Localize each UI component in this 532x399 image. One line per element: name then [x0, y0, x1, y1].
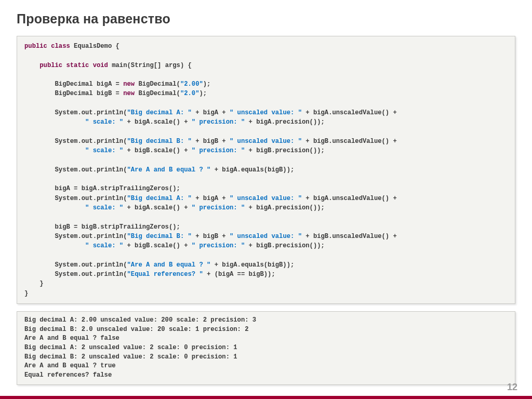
code-string: "Are A and B equal ? ": [127, 166, 211, 174]
code-text: System.: [55, 109, 82, 116]
code-text: + bigA.unscaledValue() +: [302, 195, 397, 202]
output-line: Big decimal B: 2.0 unscaled value: 20 sc…: [24, 326, 249, 333]
code-pad: [24, 261, 55, 269]
code-ident: out: [82, 166, 93, 174]
code-ident: out: [82, 261, 93, 269]
code-string: "Big decimal B: ": [127, 138, 192, 145]
code-text: + bigA.precision());: [245, 118, 325, 126]
code-text: + bigA.equals(bigB));: [210, 166, 294, 174]
code-string: "2.0": [180, 90, 200, 97]
code-text: (String[] args) {: [127, 62, 192, 69]
code-text: + bigB.precision());: [245, 242, 325, 249]
code-text: + bigB.precision());: [245, 147, 325, 154]
code-text: System.: [55, 261, 82, 269]
code-keyword: new: [123, 81, 138, 88]
code-pad: [24, 233, 55, 240]
output-block: Big decimal A: 2.00 unscaled value: 200 …: [17, 311, 515, 385]
code-pad: [24, 223, 55, 231]
code-string: " unscaled value: ": [230, 109, 302, 116]
code-text: + bigA +: [192, 109, 230, 116]
code-pad: [24, 81, 55, 88]
code-string: "2.00": [180, 81, 203, 88]
output-line: Equal references? false: [24, 371, 112, 379]
code-text: {: [112, 43, 119, 50]
code-pad: [24, 242, 85, 249]
code-text: + bigA.equals(bigB));: [210, 261, 294, 269]
code-classname: EqualsDemo: [74, 43, 112, 50]
code-text: + bigB.scale() +: [123, 147, 192, 154]
code-string: " unscaled value: ": [230, 233, 302, 240]
code-text: .println(: [93, 233, 127, 240]
code-text: BigDecimal(: [138, 81, 180, 88]
code-pad: [24, 195, 55, 202]
code-text: + bigB.unscaledValue() +: [302, 233, 397, 240]
code-pad: [24, 138, 55, 145]
code-pad: [24, 109, 55, 116]
code-string: " scale: ": [85, 147, 123, 154]
code-text: + bigB.unscaledValue() +: [302, 138, 397, 145]
code-text: System.: [55, 138, 82, 145]
code-text: );: [199, 90, 207, 97]
output-line: Big decimal A: 2.00 unscaled value: 200 …: [24, 316, 256, 324]
code-text: + (bigA == bigB));: [203, 271, 275, 278]
code-pad: [24, 166, 55, 174]
slide: Проверка на равенство public class Equal…: [0, 0, 532, 399]
code-text: .println(: [93, 261, 127, 269]
output-line: Are A and B equal ? true: [24, 362, 116, 369]
code-text: + bigA.scale() +: [123, 204, 192, 211]
code-pad: [24, 204, 85, 211]
code-keyword: public static void: [39, 62, 112, 69]
code-text: + bigB +: [192, 233, 230, 240]
footer-accent-bar: [0, 396, 532, 399]
code-text: BigDecimal bigA =: [55, 81, 124, 88]
code-text: }: [39, 280, 43, 287]
code-text: + bigB +: [192, 138, 230, 145]
output-line: Big decimal A: 2 unscaled value: 2 scale…: [24, 344, 237, 351]
code-ident: out: [82, 138, 93, 145]
output-line: Big decimal B: 2 unscaled value: 2 scale…: [24, 353, 237, 361]
code-ident: out: [82, 233, 93, 240]
code-text: BigDecimal(: [138, 90, 180, 97]
code-text: BigDecimal bigB =: [55, 90, 124, 97]
code-string: "Are A and B equal ? ": [127, 261, 211, 269]
slide-title: Проверка на равенство: [17, 11, 515, 26]
code-text: + bigA.unscaledValue() +: [302, 109, 397, 116]
code-text: .println(: [93, 109, 127, 116]
code-string: " scale: ": [85, 242, 123, 249]
code-text: System.: [55, 271, 82, 278]
code-text: System.: [55, 166, 82, 174]
code-ident: out: [82, 271, 93, 278]
code-text: );: [203, 81, 211, 88]
code-text: bigA = bigA.stripTrailingZeros();: [55, 185, 180, 192]
code-text: + bigB.scale() +: [123, 242, 192, 249]
code-text: }: [24, 290, 28, 297]
code-pad: [24, 147, 85, 154]
code-pad: [24, 271, 55, 278]
code-text: System.: [55, 233, 82, 240]
code-ident: out: [82, 109, 93, 116]
code-string: " precision: ": [192, 147, 245, 154]
code-text: + bigA.precision());: [245, 204, 325, 211]
code-string: "Big decimal A: ": [127, 109, 192, 116]
code-string: " unscaled value: ": [230, 195, 302, 202]
page-number: 12: [507, 382, 517, 393]
code-pad: [24, 90, 55, 97]
code-string: "Big decimal A: ": [127, 195, 192, 202]
code-string: " scale: ": [85, 118, 123, 126]
code-string: " unscaled value: ": [230, 138, 302, 145]
code-string: "Equal references? ": [127, 271, 203, 278]
code-pad: [24, 185, 55, 192]
code-string: " precision: ": [192, 204, 245, 211]
code-block: public class EqualsDemo { public static …: [17, 36, 515, 304]
code-string: " precision: ": [192, 118, 245, 126]
code-text: + bigA +: [192, 195, 230, 202]
code-keyword: public class: [24, 43, 74, 50]
code-keyword: new: [123, 90, 138, 97]
code-text: .println(: [93, 271, 127, 278]
code-pad: [24, 62, 39, 69]
code-string: " precision: ": [192, 242, 245, 249]
code-string: " scale: ": [85, 204, 123, 211]
code-pad: [24, 280, 39, 287]
code-text: .println(: [93, 138, 127, 145]
output-line: Are A and B equal ? false: [24, 335, 119, 342]
